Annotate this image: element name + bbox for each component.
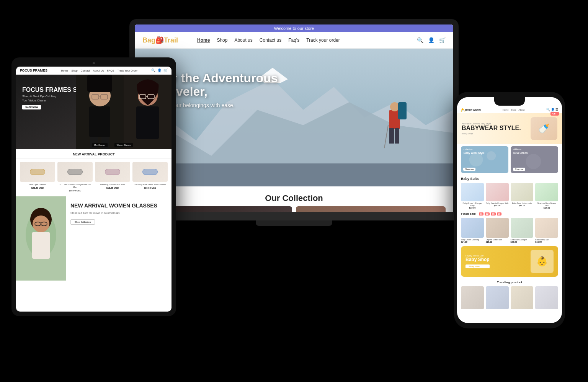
phone-menu-icon[interactable]: ☰ [555, 108, 558, 111]
svg-rect-4 [135, 163, 453, 186]
timer-sec2: 28 [497, 212, 502, 215]
timer-hour: 01 [479, 212, 484, 215]
phone-icons: 🔍 👤 ☰ [546, 108, 558, 111]
laptop-collection: Our Collection Item Item [135, 186, 453, 212]
tablet-search-icon[interactable]: 🔍 [151, 69, 155, 72]
tablet-woman-image [16, 196, 66, 281]
phone-flash-title: Flash sale [461, 212, 476, 215]
phone-flash-2[interactable]: Organic Cotton Set $18.00 [486, 218, 509, 243]
phone-baby-4[interactable]: Newborn Baby Beanie Sets $14.00 [535, 183, 558, 209]
account-icon[interactable]: 👤 [428, 37, 434, 43]
product-1-name: Elux Light Glasses [20, 183, 55, 186]
nav-link-home[interactable]: Home [197, 38, 210, 43]
phone-baby-1[interactable]: Baby Grows 1/Romper Baby $19.00 [461, 183, 484, 209]
laptop-base [129, 212, 459, 220]
phone-flash-1[interactable]: Baby Grows Clothing $24.00 [461, 218, 484, 243]
tablet-bottom-section: NEW ARRIVAL WOMEN GLASSES Stand out from… [16, 196, 172, 281]
phone-flash-3[interactable]: Knit Baby Cardigan $22.00 [511, 218, 534, 243]
mountain-svg [135, 49, 453, 186]
phone-trending-4[interactable] [535, 286, 558, 309]
timer-sec1: 35 [491, 212, 496, 215]
arrival-shop-btn[interactable]: Shop Collection [70, 219, 95, 225]
nav-link-about[interactable]: About us [234, 38, 252, 43]
tablet-screen: FOCUS FRAMES Home Shop Contact About Us … [16, 67, 172, 312]
tablet-nav-icons: 🔍 👤 🛒 [151, 69, 168, 72]
woman-image-svg [16, 196, 66, 281]
tablet-nav: Home Shop Contact About Us FAQS Track Yo… [61, 69, 138, 72]
phone-baby-3[interactable]: Polar Bear Unisex cath $18.00 [511, 183, 534, 209]
laptop-announcement-bar: Welcome to our store [135, 24, 453, 32]
svg-point-36 [487, 151, 496, 160]
tablet-product-4[interactable]: Claudery New Prime Men Glasses $16.60 US… [132, 162, 168, 192]
collection-title: Our Collection [135, 193, 453, 203]
coll-label-1: collection [464, 148, 472, 150]
phone-collection-shoes[interactable]: All Items New Shoes Shop now [511, 146, 558, 173]
tablet-device: FOCUS FRAMES Home Shop Contact About Us … [11, 57, 176, 316]
product-4-price: $16.60 USD [132, 187, 168, 189]
promo-img-svg: 👶 [531, 250, 554, 273]
laptop-screen: Welcome to our store Bag🎒Trail Home Shop… [135, 24, 453, 212]
phone-flash-timer: 01 22 35 28 [479, 212, 502, 215]
laptop-logo[interactable]: Bag🎒Trail [142, 36, 178, 44]
phone-baby-2[interactable]: Baby Fleezie Romper Kids $14.00 [486, 183, 509, 209]
phone-trending-grid [457, 286, 562, 310]
phone-collection-babywear[interactable]: collection Baby Wear Style Shop now [461, 146, 508, 173]
laptop-stand [256, 220, 332, 226]
man-with-glasses-svg [76, 75, 124, 149]
phone-trending-1[interactable] [461, 286, 484, 309]
phone-screen: 🐣 BABYWEAR Home Shop About 🔍 👤 ☰ [457, 97, 562, 323]
timer-min: 22 [485, 212, 490, 215]
scene: Welcome to our store Bag🎒Trail Home Shop… [0, 0, 588, 382]
phone-flash-4[interactable]: Baby Sleep Suit $16.00 [535, 218, 558, 243]
coll-sublabel-2: New Shoes [513, 152, 528, 154]
phone-trending-2[interactable] [486, 286, 509, 309]
nav-link-contact[interactable]: Contact us [260, 38, 281, 43]
phone-promo-banner: Happy Teens Day Baby Shop Shop now 👶 [461, 246, 558, 277]
svg-rect-13 [87, 75, 112, 92]
svg-point-38 [526, 154, 541, 169]
phone-trending-title: Trending product [457, 279, 562, 286]
tablet-product-3[interactable]: Wedding Glasses For Men $13.25 USD [95, 162, 130, 192]
tablet-hero-btn[interactable]: SHOP NOW [22, 105, 41, 109]
svg-rect-8 [389, 128, 394, 144]
tablet-hero-woman-img: Women Glasses [124, 75, 172, 149]
collection-item-2[interactable]: Item [296, 206, 446, 212]
laptop-device: Welcome to our store Bag🎒Trail Home Shop… [129, 19, 459, 226]
coll-sublabel-1: Baby Wear Style [464, 152, 485, 154]
tablet-product-2[interactable]: YC Over Glasses Sunglasses For Men $18.0… [57, 162, 93, 192]
svg-rect-22 [136, 106, 159, 139]
search-icon[interactable]: 🔍 [417, 37, 423, 43]
cart-icon[interactable]: 🛒 [439, 37, 446, 43]
coll-shop-btn-1[interactable]: Shop now [463, 168, 475, 171]
tablet-product-1[interactable]: Elux Light Glasses $23.49 USD [20, 162, 55, 192]
laptop-hero: For the AdventurousTraveler, carry your … [135, 49, 453, 186]
woman-with-glasses-svg [124, 75, 172, 149]
laptop-nav-links: Home Shop About us Contact us Faq's Trac… [197, 38, 405, 43]
tablet-cart-icon[interactable]: 🛒 [163, 69, 168, 72]
phone-baby-suits-title: Baby Suits [457, 175, 562, 181]
nav-link-track[interactable]: Track your order [306, 38, 340, 43]
tablet-account-icon[interactable]: 👤 [157, 69, 162, 72]
coll-shop-btn-2[interactable]: Shop now [513, 168, 525, 171]
tablet-logo[interactable]: FOCUS FRAMES [20, 69, 47, 72]
svg-point-35 [469, 153, 483, 167]
phone-trending-3[interactable] [511, 286, 534, 309]
coll-label-2: All Items [513, 148, 521, 150]
svg-rect-9 [395, 128, 399, 144]
nav-link-shop[interactable]: Shop [217, 38, 227, 43]
phone-promo-btn[interactable]: Shop now [466, 264, 490, 268]
phone-account-icon[interactable]: 👤 [551, 108, 555, 111]
phone-hero-image: 🍼 [531, 117, 557, 140]
tablet-hero-man-img: Men Glasses [76, 75, 124, 149]
product-2-name: YC Over Glasses Sunglasses For Men [57, 183, 93, 189]
tablet-men-badge: Men Glasses [92, 143, 108, 147]
laptop-nav-icons: 🔍 👤 🛒 [417, 37, 446, 43]
svg-point-6 [390, 102, 399, 111]
phone-baby-grid: Baby Grows 1/Romper Baby $19.00 Baby Fle… [457, 181, 562, 211]
phone-promo-image: 👶 [531, 250, 554, 273]
phone-search-icon[interactable]: 🔍 [546, 108, 550, 111]
tablet-hero-images: Men Glasses [76, 75, 172, 149]
svg-rect-7 [398, 102, 407, 119]
phone-flash-grid: Baby Grows Clothing $24.00 Organic Cotto… [457, 217, 562, 244]
nav-link-faq[interactable]: Faq's [288, 38, 299, 43]
